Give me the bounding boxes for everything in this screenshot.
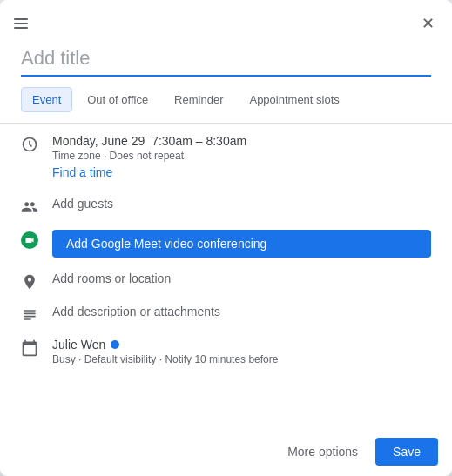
title-section	[0, 37, 452, 77]
meet-icon	[21, 231, 38, 249]
divider	[0, 123, 452, 124]
clock-icon	[21, 136, 38, 153]
event-creation-modal: ✕ Event Out of office Reminder Appointme…	[0, 0, 452, 476]
description-label: Add description or attachments	[52, 305, 431, 318]
guests-icon	[21, 198, 38, 216]
save-button[interactable]: Save	[375, 438, 438, 466]
add-rooms-content: Add rooms or location	[52, 272, 431, 285]
datetime-row: Monday, June 29 7:30am – 8:30am Time zon…	[0, 127, 452, 190]
description-icon	[21, 306, 38, 324]
drag-handle[interactable]	[14, 18, 28, 29]
user-name: Julie Wen	[52, 338, 105, 352]
user-name-row: Julie Wen	[52, 338, 431, 352]
close-button[interactable]: ✕	[418, 10, 438, 37]
add-guests-label: Add guests	[52, 197, 431, 211]
calendar-icon	[21, 339, 38, 357]
add-guests-content: Add guests	[52, 197, 431, 211]
tab-appointment-slots[interactable]: Appointment slots	[238, 87, 350, 112]
tab-reminder[interactable]: Reminder	[163, 87, 234, 112]
tab-out-of-office[interactable]: Out of office	[76, 87, 159, 112]
datetime-content: Monday, June 29 7:30am – 8:30am Time zon…	[52, 134, 431, 183]
close-icon: ✕	[422, 14, 435, 33]
meet-icon-bg	[21, 231, 38, 249]
user-status: Busy · Default visibility · Notify 10 mi…	[52, 353, 431, 365]
more-options-button[interactable]: More options	[277, 438, 368, 466]
location-icon	[21, 273, 38, 291]
event-timezone: Time zone · Does not repeat	[52, 150, 431, 162]
find-time-link[interactable]: Find a time	[52, 162, 431, 183]
modal-footer: More options Save	[0, 427, 452, 476]
add-meet-button[interactable]: Add Google Meet video conferencing	[52, 230, 431, 258]
meet-row: Add Google Meet video conferencing	[0, 223, 452, 265]
add-rooms-row[interactable]: Add rooms or location	[0, 265, 452, 298]
user-content: Julie Wen Busy · Default visibility · No…	[52, 338, 431, 365]
meet-content: Add Google Meet video conferencing	[52, 230, 431, 258]
tabs-section: Event Out of office Reminder Appointment…	[0, 77, 452, 112]
calendar-user-row[interactable]: Julie Wen Busy · Default visibility · No…	[0, 331, 452, 372]
add-guests-row[interactable]: Add guests	[0, 190, 452, 223]
event-datetime[interactable]: Monday, June 29 7:30am – 8:30am	[52, 134, 431, 148]
add-rooms-label: Add rooms or location	[52, 272, 431, 285]
title-input[interactable]	[21, 44, 431, 77]
add-description-row[interactable]: Add description or attachments	[0, 298, 452, 331]
modal-header: ✕	[0, 0, 452, 37]
description-content: Add description or attachments	[52, 305, 431, 318]
user-status-dot	[111, 340, 119, 349]
tab-event[interactable]: Event	[21, 87, 72, 112]
